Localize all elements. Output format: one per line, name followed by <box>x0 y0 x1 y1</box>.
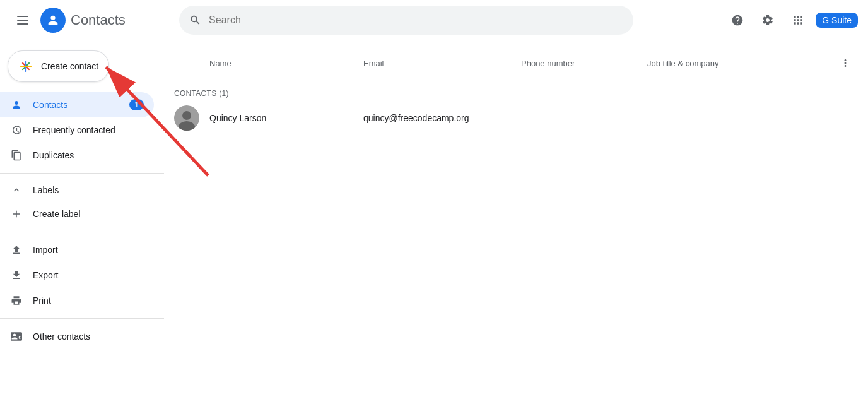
more-vert-icon <box>840 57 851 69</box>
help-button[interactable] <box>725 8 750 33</box>
contacts-badge: 1 <box>129 99 144 110</box>
duplicates-label: Duplicates <box>33 150 74 160</box>
sidebar: Create contact Contacts 1 Frequently con… <box>0 40 164 397</box>
gsuite-button[interactable]: G Suite <box>816 13 858 28</box>
divider-2 <box>0 232 164 232</box>
svg-rect-0 <box>17 16 28 17</box>
table-header: Name Email Phone number Job title & comp… <box>174 40 858 81</box>
sidebar-item-create-label[interactable]: Create label <box>0 201 154 227</box>
contacts-nav-label: Contacts <box>33 100 67 110</box>
sidebar-item-duplicates[interactable]: Duplicates <box>0 143 154 168</box>
header-actions: G Suite <box>725 8 858 33</box>
avatar-img <box>174 105 199 131</box>
header-left: Contacts <box>10 8 174 33</box>
col-header-email: Email <box>363 57 521 69</box>
search-input[interactable] <box>209 15 623 26</box>
search-bar[interactable] <box>179 6 633 35</box>
search-icon <box>189 14 201 27</box>
avatar <box>174 105 199 131</box>
print-label: Print <box>33 295 51 305</box>
copy-icon <box>10 149 23 162</box>
create-label-text: Create label <box>33 209 81 219</box>
apps-button[interactable] <box>785 8 811 33</box>
clock-icon <box>10 124 23 136</box>
table-row[interactable]: Quincy Larson quincy@freecodecamp.org <box>174 100 858 136</box>
col-header-name: Name <box>174 57 363 69</box>
apps-icon <box>792 14 804 27</box>
plus-cross-icon <box>20 61 32 72</box>
header: Contacts G Suite <box>0 0 868 40</box>
main-content: Name Email Phone number Job title & comp… <box>164 40 868 397</box>
sidebar-item-frequently-contacted[interactable]: Frequently contacted <box>0 117 154 143</box>
layout: Create contact Contacts 1 Frequently con… <box>0 40 868 397</box>
download-icon <box>10 269 23 281</box>
sidebar-item-export[interactable]: Export <box>0 263 154 288</box>
export-label: Export <box>33 270 58 280</box>
upload-icon <box>10 244 23 256</box>
hamburger-icon <box>17 15 28 26</box>
labels-label: Labels <box>33 185 59 195</box>
plus-small-icon <box>10 208 23 220</box>
help-icon <box>731 14 744 27</box>
app-title: Contacts <box>71 12 126 28</box>
contact-email: quincy@freecodecamp.org <box>363 113 469 123</box>
chevron-up-icon <box>10 184 23 196</box>
divider-1 <box>0 173 164 174</box>
other-contacts-icon <box>10 330 23 343</box>
more-options-button[interactable] <box>833 50 858 76</box>
person-icon <box>10 98 23 111</box>
printer-icon <box>10 294 23 307</box>
contact-email-cell: quincy@freecodecamp.org <box>363 112 521 124</box>
contacts-section-label: CONTACTS (1) <box>174 81 858 100</box>
plus-icon <box>18 59 33 74</box>
import-label: Import <box>33 245 58 255</box>
sidebar-item-print[interactable]: Print <box>0 288 154 313</box>
sidebar-item-import[interactable]: Import <box>0 237 154 263</box>
contact-name: Quincy Larson <box>209 113 266 123</box>
frequently-contacted-label: Frequently contacted <box>33 125 115 135</box>
col-header-actions <box>833 50 858 76</box>
app-avatar <box>40 8 66 33</box>
col-header-jobtitle: Job title & company <box>647 57 833 69</box>
col-header-phone: Phone number <box>521 57 647 69</box>
create-contact-label: Create contact <box>41 61 98 71</box>
create-contact-button[interactable]: Create contact <box>8 50 109 82</box>
settings-button[interactable] <box>755 8 780 33</box>
hamburger-button[interactable] <box>10 8 35 33</box>
sidebar-item-contacts[interactable]: Contacts 1 <box>0 92 154 117</box>
svg-rect-2 <box>17 23 28 25</box>
svg-rect-1 <box>17 20 28 21</box>
sidebar-item-other-contacts[interactable]: Other contacts <box>0 324 154 349</box>
divider-3 <box>0 318 164 319</box>
other-contacts-label: Other contacts <box>33 331 90 341</box>
labels-section-header[interactable]: Labels <box>0 179 164 201</box>
contacts-icon <box>46 13 60 27</box>
svg-point-8 <box>182 111 191 120</box>
gear-icon <box>761 14 774 27</box>
contact-name-cell: Quincy Larson <box>174 105 363 131</box>
